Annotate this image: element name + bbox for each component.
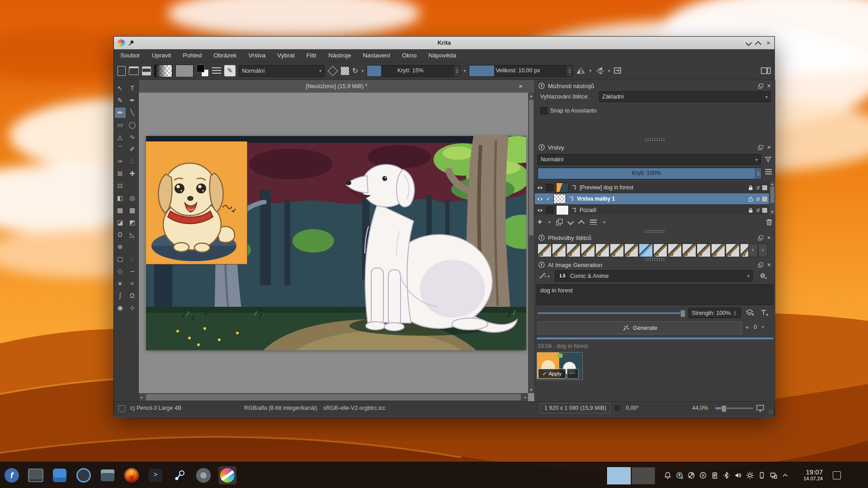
blending-mode-dropdown[interactable]: Normální▾ [239, 65, 325, 77]
ai-settings-gear-icon[interactable] [759, 272, 768, 280]
measure-tool[interactable]: ◺ [127, 230, 138, 240]
layer-properties-button[interactable] [590, 220, 597, 225]
fit-to-screen-icon[interactable] [756, 404, 765, 413]
smoothing-dropdown[interactable]: Základní ▾ [599, 91, 771, 102]
alpha-channel-icon[interactable] [762, 208, 767, 213]
brush-preset[interactable] [566, 244, 580, 257]
alpha-channel-icon[interactable] [762, 197, 767, 202]
snap-assistants-checkbox[interactable] [540, 107, 547, 114]
media-pause-icon[interactable] [699, 471, 707, 479]
document-close-icon[interactable]: × [519, 82, 523, 90]
menu-upravit[interactable]: Upravit [152, 52, 171, 59]
scroll-down-icon[interactable]: ▼ [528, 388, 534, 392]
strength-spinbox[interactable]: Strength: 100% ▴▾ [689, 308, 741, 318]
ai-prompt-input[interactable]: dog in forest [537, 284, 774, 305]
preserve-alpha-button[interactable] [341, 67, 349, 75]
menu-obrazek[interactable]: Obrázek [213, 52, 236, 59]
presets-scroll-left-button[interactable]: ‹ [748, 244, 758, 257]
canvas-vscrollbar[interactable]: ▲ ▼ [528, 93, 534, 393]
notifications-bell-icon[interactable] [664, 471, 672, 479]
presets-scroll-right-button[interactable]: › [758, 244, 768, 257]
color-sampler-tool[interactable]: ◎ [127, 193, 138, 203]
taskbar-app-system-monitor[interactable] [27, 466, 45, 484]
close-panel-icon[interactable]: × [766, 144, 772, 150]
window-titlebar[interactable]: Krita × [114, 37, 774, 50]
reload-preset-button[interactable]: ↻ [352, 66, 358, 75]
opacity-slider[interactable]: Krytí: 15% ▴▾ [367, 65, 460, 77]
virtual-desktop-2[interactable] [632, 467, 655, 484]
zoom-tool[interactable]: ◉ [115, 303, 126, 313]
menu-nastaveni[interactable]: Nastavení [363, 52, 390, 59]
brush-preset[interactable] [711, 244, 725, 257]
volume-icon[interactable] [734, 471, 742, 479]
layer-blend-mode-dropdown[interactable]: Normální ▾ [538, 154, 761, 165]
text-tool[interactable]: T [127, 83, 138, 94]
history-thumbnails[interactable]: ✓ Apply ⋯ [537, 352, 583, 380]
history-more-button[interactable]: ⋯ [567, 369, 579, 379]
alpha-icon[interactable]: α [756, 184, 760, 191]
bezier-curve-tool[interactable]: ⌒ [115, 144, 126, 155]
move-tool[interactable]: ✚ [127, 169, 138, 179]
brush-preset[interactable] [552, 244, 566, 257]
brush-preset[interactable] [581, 244, 595, 257]
menu-pohled[interactable]: Pohled [183, 52, 202, 59]
show-desktop-button[interactable] [833, 471, 841, 479]
polygonal-select-tool[interactable]: ◇ [115, 266, 126, 277]
layers-header[interactable]: Vrstvy × [537, 142, 774, 152]
canvas-rotation-knob[interactable] [613, 404, 622, 413]
kdeconnect-phone-icon[interactable] [758, 471, 766, 479]
inherit-alpha-icon[interactable] [569, 196, 574, 202]
line-tool[interactable]: ╲ [127, 108, 138, 118]
new-layer-from-result-icon[interactable] [745, 309, 755, 317]
tray-expand-chevron-icon[interactable] [781, 471, 789, 479]
close-panel-icon[interactable]: × [766, 235, 772, 241]
menu-filtr[interactable]: Filtr [307, 52, 317, 59]
taskbar-app-launcher[interactable]: f [3, 466, 21, 484]
visibility-eye-icon[interactable] [537, 207, 543, 213]
scroll-left-icon[interactable]: ◂ [140, 395, 142, 399]
smart-patch-tool[interactable]: ▩ [127, 205, 138, 216]
inherit-alpha-icon[interactable] [571, 185, 577, 190]
layer-checkbox[interactable] [546, 206, 553, 214]
taskbar-app-browser[interactable] [75, 466, 93, 484]
brush-size-slider[interactable]: Velikost: 10,00 px ▴▾ [469, 65, 573, 77]
bluetooth-icon[interactable] [722, 471, 731, 479]
strength-slider[interactable] [538, 312, 682, 314]
chevron-down-icon[interactable]: ▾ [762, 324, 764, 329]
dynamic-brush-tool[interactable]: ✑ [115, 156, 126, 167]
multibrush-tool[interactable]: ∴ [127, 156, 138, 167]
polygon-tool[interactable]: △ [115, 132, 126, 142]
lock-icon[interactable] [538, 235, 545, 241]
alpha-icon[interactable]: α [756, 196, 760, 202]
freehand-select-tool[interactable]: ∽ [127, 266, 138, 277]
network-icon[interactable] [769, 471, 778, 479]
close-panel-icon[interactable]: × [766, 83, 772, 89]
similar-color-select-tool[interactable]: ≈ [127, 278, 138, 289]
lock-icon[interactable] [538, 83, 545, 89]
pin-icon[interactable] [127, 39, 135, 47]
brush-preset-selected[interactable] [639, 244, 653, 257]
brush-preset[interactable] [653, 244, 667, 257]
brush-preset[interactable] [538, 244, 552, 257]
layer-thumbnail[interactable] [556, 205, 569, 215]
pattern-chooser[interactable] [175, 65, 193, 77]
taskbar-app-software[interactable] [51, 466, 69, 484]
new-document-button[interactable] [118, 66, 126, 76]
close-panel-icon[interactable]: × [766, 262, 772, 268]
fill-tool[interactable]: ◪ [115, 217, 126, 228]
brush-preset[interactable] [610, 244, 624, 257]
menu-vrstva[interactable]: Vrstva [248, 52, 265, 59]
canvas-artwork[interactable] [146, 136, 526, 350]
freehand-brush-tool[interactable]: ✏ [115, 108, 126, 118]
reference-images-tool[interactable]: ⊕ [115, 242, 126, 252]
elliptical-select-tool[interactable]: ◌ [127, 254, 138, 264]
layer-filter-icon[interactable] [764, 156, 772, 163]
layer-checkbox-checked[interactable]: ✓ [546, 196, 551, 202]
open-document-button[interactable] [129, 66, 139, 75]
layer-row-paint-layer[interactable]: ✓ Vrstva malby 1 α [535, 193, 769, 204]
brush-preset[interactable] [668, 244, 682, 257]
brightness-icon[interactable] [746, 471, 754, 479]
bezier-select-tool[interactable]: ʃ [115, 291, 126, 301]
brush-option-icon[interactable] [212, 67, 221, 75]
steam-tray-icon[interactable] [687, 471, 695, 479]
